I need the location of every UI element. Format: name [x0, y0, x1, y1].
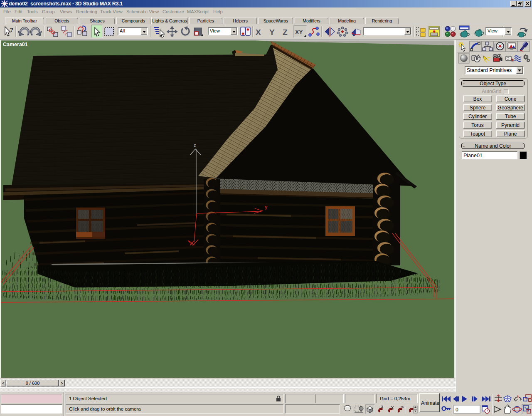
- svg-text:Z: Z: [283, 28, 288, 37]
- svg-text:z: z: [194, 143, 196, 148]
- svg-text:X: X: [256, 28, 261, 37]
- svg-text:%: %: [401, 405, 404, 409]
- svg-text:Camera01: Camera01: [3, 42, 28, 47]
- svg-text:XY: XY: [295, 29, 303, 35]
- svg-text:y: y: [265, 204, 267, 210]
- svg-text:?: ?: [10, 27, 13, 33]
- svg-text:Y: Y: [269, 28, 275, 37]
- svg-text:3: 3: [381, 405, 383, 409]
- svg-text:0: 0: [456, 407, 458, 413]
